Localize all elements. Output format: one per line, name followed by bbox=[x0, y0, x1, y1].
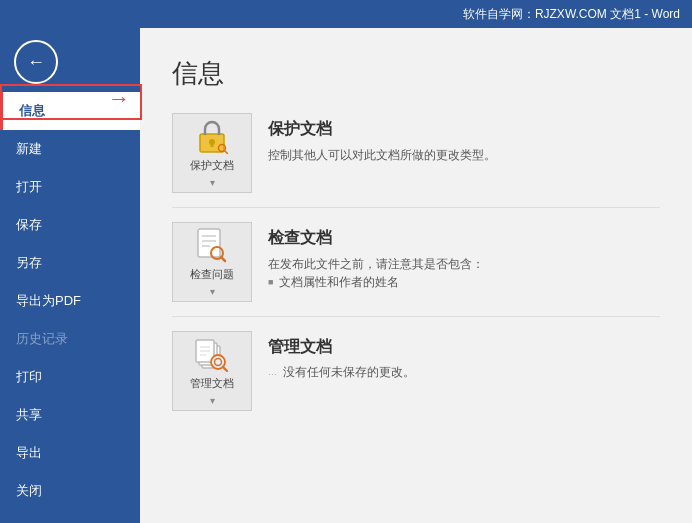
manage-doc-button[interactable]: 管理文档 ▾ bbox=[172, 331, 252, 411]
inspect-icon-label: 检查问题 bbox=[190, 267, 234, 281]
sidebar-item-new[interactable]: 新建 bbox=[0, 130, 140, 168]
manage-bullet-icon: … bbox=[268, 367, 277, 377]
svg-line-10 bbox=[221, 258, 225, 262]
sidebar-item-history: 历史记录 bbox=[0, 320, 140, 358]
title-bar: 软件自学网：RJZXW.COM 文档1 - Word bbox=[0, 0, 692, 28]
inspect-icon bbox=[194, 227, 230, 263]
sidebar: ← 信息 新建 打开 保存 另存 导出为PDF 历史记录 打印 共享 导出 关闭 bbox=[0, 28, 140, 523]
svg-line-4 bbox=[225, 151, 229, 155]
card-manage: 管理文档 ▾ 管理文档 … 没有任何未保存的更改。 bbox=[172, 331, 660, 411]
inspect-card-title: 检查文档 bbox=[268, 228, 660, 249]
back-arrow-icon: ← bbox=[27, 53, 45, 71]
card-inspect: 检查问题 ▾ 检查文档 在发布此文件之前，请注意其是否包含： ■ 文档属性和作者… bbox=[172, 222, 660, 302]
inspect-doc-button[interactable]: 检查问题 ▾ bbox=[172, 222, 252, 302]
divider-2 bbox=[172, 316, 660, 317]
sidebar-item-print[interactable]: 打印 bbox=[0, 358, 140, 396]
sidebar-item-info[interactable]: 信息 bbox=[0, 92, 140, 130]
inspect-dropdown-arrow: ▾ bbox=[210, 286, 215, 297]
sidebar-item-export[interactable]: 导出 bbox=[0, 434, 140, 472]
sidebar-item-close[interactable]: 关闭 bbox=[0, 472, 140, 510]
card-protect: 保护文档 ▾ 保护文档 控制其他人可以对此文档所做的更改类型。 bbox=[172, 113, 660, 193]
inspect-card-desc: 在发布此文件之前，请注意其是否包含： bbox=[268, 255, 660, 274]
sidebar-item-share[interactable]: 共享 bbox=[0, 396, 140, 434]
sidebar-item-saveas[interactable]: 另存 bbox=[0, 244, 140, 282]
main-layout: ← 信息 新建 打开 保存 另存 导出为PDF 历史记录 打印 共享 导出 关闭… bbox=[0, 28, 692, 523]
protect-card-content: 保护文档 控制其他人可以对此文档所做的更改类型。 bbox=[268, 113, 660, 165]
manage-card-title: 管理文档 bbox=[268, 337, 660, 358]
page-title: 信息 bbox=[172, 56, 660, 91]
manage-icon-label: 管理文档 bbox=[190, 376, 234, 390]
content-area: 信息 保护文档 ▾ bbox=[140, 28, 692, 523]
svg-rect-2 bbox=[211, 143, 214, 147]
manage-card-content: 管理文档 … 没有任何未保存的更改。 bbox=[268, 331, 660, 381]
svg-line-18 bbox=[223, 367, 227, 371]
manage-card-desc: 没有任何未保存的更改。 bbox=[283, 364, 415, 381]
divider-1 bbox=[172, 207, 660, 208]
manage-dropdown-arrow: ▾ bbox=[210, 395, 215, 406]
sidebar-item-exportpdf[interactable]: 导出为PDF bbox=[0, 282, 140, 320]
protect-card-desc: 控制其他人可以对此文档所做的更改类型。 bbox=[268, 146, 660, 165]
sidebar-item-save[interactable]: 保存 bbox=[0, 206, 140, 244]
inspect-sub-item-0: ■ 文档属性和作者的姓名 bbox=[268, 274, 660, 291]
protect-card-title: 保护文档 bbox=[268, 119, 660, 140]
protect-icon bbox=[194, 118, 230, 154]
inspect-sub-text: 文档属性和作者的姓名 bbox=[279, 274, 399, 291]
back-button[interactable]: ← bbox=[14, 40, 58, 84]
svg-rect-5 bbox=[198, 229, 220, 257]
inspect-card-content: 检查文档 在发布此文件之前，请注意其是否包含： ■ 文档属性和作者的姓名 bbox=[268, 222, 660, 291]
manage-sub-item-0: … 没有任何未保存的更改。 bbox=[268, 364, 660, 381]
protect-dropdown-arrow: ▾ bbox=[210, 177, 215, 188]
sidebar-item-open[interactable]: 打开 bbox=[0, 168, 140, 206]
manage-icon bbox=[194, 336, 230, 372]
protect-doc-button[interactable]: 保护文档 ▾ bbox=[172, 113, 252, 193]
title-bar-text: 软件自学网：RJZXW.COM 文档1 - Word bbox=[463, 6, 680, 23]
bullet-icon: ■ bbox=[268, 277, 273, 287]
protect-icon-label: 保护文档 bbox=[190, 158, 234, 172]
